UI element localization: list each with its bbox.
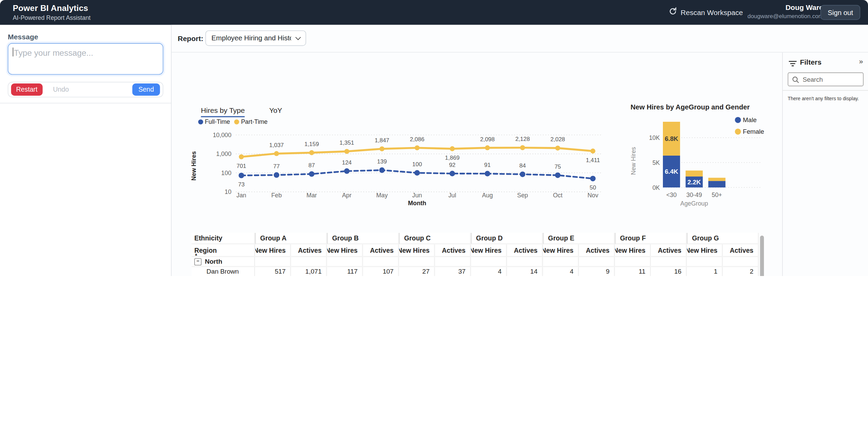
sub-header-group-b-new-hires[interactable]: New Hires [327,245,363,257]
legend-dot-female [735,129,741,135]
filters-search-input[interactable] [788,73,863,86]
svg-text:1,869: 1,869 [445,155,460,161]
cell-dan-brown-0: 517 [255,267,291,276]
group-header-group-e[interactable]: Group E [543,233,615,245]
svg-text:139: 139 [377,158,387,165]
cell-north-5 [435,257,471,267]
svg-text:77: 77 [273,163,280,170]
group-header-group-a[interactable]: Group A [255,233,327,245]
sub-header-group-f-actives[interactable]: Actives [651,245,687,257]
table-scrollbar-thumb[interactable] [760,236,764,276]
sub-header-group-d-actives[interactable]: Actives [507,245,543,257]
table-row-label-dan-brown: Dan Brown [191,267,255,276]
svg-text:10: 10 [225,188,231,195]
legend-dot-male [735,117,741,123]
top-bar: Power BI Analytics AI-Powered Report Ass… [0,0,868,25]
cell-north-10 [615,257,651,267]
filters-collapse-icon[interactable]: » [859,57,863,65]
svg-text:75: 75 [554,163,561,170]
app-window: Power BI Analytics AI-Powered Report Ass… [0,0,868,276]
legend-label-male: Male [743,116,757,123]
rescan-workspace-button[interactable]: Rescan Workspace [668,7,743,17]
svg-text:50: 50 [590,184,596,191]
full-time-marker [520,171,525,177]
y-axis-title: New Hires [190,151,197,181]
svg-text:Nov: Nov [588,192,599,199]
svg-text:100: 100 [412,161,422,168]
svg-text:<30: <30 [666,192,677,198]
table-corner-header[interactable]: Ethnicity [191,233,255,245]
svg-text:1,847: 1,847 [375,137,389,144]
send-button[interactable]: Send [132,83,160,96]
cell-north-8 [543,257,579,267]
undo-button[interactable]: Undo [50,85,72,94]
rescan-label: Rescan Workspace [681,8,743,16]
group-header-group-g[interactable]: Group G [687,233,759,245]
visual-tab-hires-by-type[interactable]: Hires by Type [201,106,245,117]
filters-divider [783,90,868,91]
svg-text:May: May [376,192,388,199]
message-input[interactable] [8,43,163,75]
sub-header-group-g-new-hires[interactable]: New Hires [687,245,723,257]
hires-by-type-line-chart: 101001,00010,000JanFebMarAprMayJunJulAug… [188,130,609,213]
visual-tab-yoy[interactable]: YoY [269,106,282,117]
sign-out-button[interactable]: Sign out [820,5,860,20]
sub-header-group-c-actives[interactable]: Actives [435,245,471,257]
legend-label-female: Female [743,128,764,135]
svg-text:91: 91 [484,162,491,168]
group-header-group-c[interactable]: Group C [399,233,471,245]
legend-item-part-time: Part-Time [235,118,268,125]
sub-header-group-e-actives[interactable]: Actives [579,245,615,257]
svg-text:84: 84 [519,162,526,169]
group-header-group-f[interactable]: Group F [615,233,687,245]
part-time-marker [344,149,350,154]
row-header-region[interactable]: Region▲ [191,245,255,257]
cell-dan-brown-4: 27 [399,267,435,276]
sub-header-group-e-new-hires[interactable]: New Hires [543,245,579,257]
cell-north-11 [651,257,687,267]
svg-text:6.4K: 6.4K [665,168,678,175]
collapse-icon-north[interactable]: − [194,258,201,265]
bar-female-30-49 [685,171,703,176]
rescan-icon [668,7,677,17]
sub-header-group-a-actives[interactable]: Actives [291,245,327,257]
bar-x-axis-title: AgeGroup [680,200,708,207]
sub-header-group-g-actives[interactable]: Actives [723,245,759,257]
restart-button[interactable]: Restart [11,83,42,96]
sub-header-group-f-new-hires[interactable]: New Hires [615,245,651,257]
group-header-group-b[interactable]: Group B [327,233,399,245]
user-name: Doug Ware [747,3,823,12]
svg-text:701: 701 [237,163,246,169]
cell-north-2 [327,257,363,267]
svg-text:Feb: Feb [271,192,282,199]
svg-text:1,159: 1,159 [304,141,319,147]
svg-text:Aug: Aug [482,192,493,199]
cell-north-1 [291,257,327,267]
group-header-group-d[interactable]: Group D [471,233,543,245]
report-selector-bar: Report: Employee Hiring and History [172,25,868,53]
svg-text:2,028: 2,028 [551,136,565,143]
sort-ascending-icon: ▲ [194,252,198,256]
cell-dan-brown-12: 1 [687,267,723,276]
report-select-wrap: Employee Hiring and History [205,30,306,46]
part-time-marker [239,154,244,159]
svg-text:100: 100 [221,170,231,176]
svg-text:30-49: 30-49 [687,192,702,198]
x-axis-title: Month [408,200,426,207]
report-select[interactable]: Employee Hiring and History [205,30,306,46]
sub-header-group-d-new-hires[interactable]: New Hires [471,245,507,257]
sub-header-group-b-actives[interactable]: Actives [363,245,399,257]
full-time-marker [239,173,244,178]
svg-text:87: 87 [309,162,315,169]
svg-text:Jul: Jul [448,192,456,199]
sub-header-group-a-new-hires[interactable]: New Hires [255,245,291,257]
report-label: Report: [178,34,203,42]
cell-dan-brown-1: 1,071 [291,267,327,276]
sub-header-group-c-new-hires[interactable]: New Hires [399,245,435,257]
bar-female-50 [708,178,726,181]
bar-chart-title: New Hires by AgeGroup and Gender [630,103,750,111]
user-block: Doug Ware dougware@elumenotion.com [747,3,823,19]
svg-text:124: 124 [342,159,352,166]
svg-text:2,128: 2,128 [515,136,530,142]
part-time-marker [555,146,561,151]
